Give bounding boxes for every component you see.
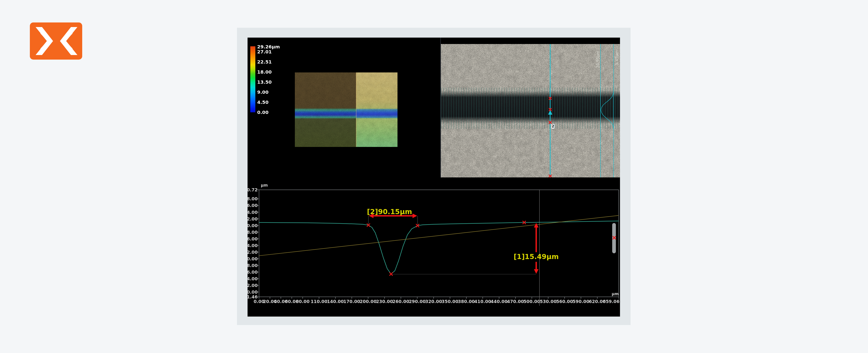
colorbar-label: 4.50	[257, 100, 269, 105]
colorbar-label: 29.26µm	[257, 44, 280, 49]
intensity-image[interactable]: 2 20.95µm 5.45µm	[441, 44, 620, 177]
colorbar-label: 27.01	[257, 49, 272, 54]
measure2-arrowhead-right-icon	[412, 213, 417, 218]
colorbar-label: 9.00	[257, 90, 269, 95]
colorbar-label: 0.00	[257, 110, 269, 115]
colorbar-label: 13.50	[257, 79, 272, 84]
measure1-arrowhead-down-icon	[534, 269, 538, 274]
reference-line-curve	[259, 215, 619, 256]
surface-profile-curve	[259, 221, 619, 274]
brand-logo-graphic	[30, 23, 82, 60]
plot-border	[259, 190, 619, 297]
heightmap-grain-texture	[295, 72, 398, 147]
measure2-value-label: [2]90.15µm	[367, 208, 412, 216]
intensity-pane[interactable]: 2 20.95µm 5.45µm	[441, 38, 620, 177]
ruler-label-2: 5.45µm	[615, 50, 619, 65]
height-colorbar	[250, 46, 255, 112]
colorbar-label: 22.51	[257, 59, 272, 64]
measure1-arrowhead-up-icon	[534, 223, 538, 227]
viewer-content: 29.26µm27.0122.5118.0013.509.004.500.00	[248, 38, 620, 317]
plot-canvas[interactable]: [2]90.15µm[1]15.49µm	[248, 177, 620, 317]
profile-bulge-curve	[601, 91, 614, 129]
measure1-value-label: [1]15.49µm	[514, 253, 559, 260]
heightmap-image[interactable]	[295, 72, 398, 147]
point-2-label: 2	[551, 124, 555, 129]
ruler-label-1: 20.95µm	[596, 51, 600, 68]
heightmap-pane[interactable]: 29.26µm27.0122.5118.0013.509.004.500.00	[248, 38, 440, 177]
colorbar-label: 18.00	[257, 69, 272, 74]
measurement-overlay[interactable]	[441, 44, 620, 177]
measurement-panel: 29.26µm27.0122.5118.0013.509.004.500.00	[237, 28, 630, 325]
application-window: 29.26µm27.0122.5118.0013.509.004.500.00	[0, 0, 868, 353]
profile-chart[interactable]: µm µm 30.7228.0026.0024.0022.0020.0018.0…	[248, 177, 620, 317]
brand-logo[interactable]	[30, 23, 82, 60]
